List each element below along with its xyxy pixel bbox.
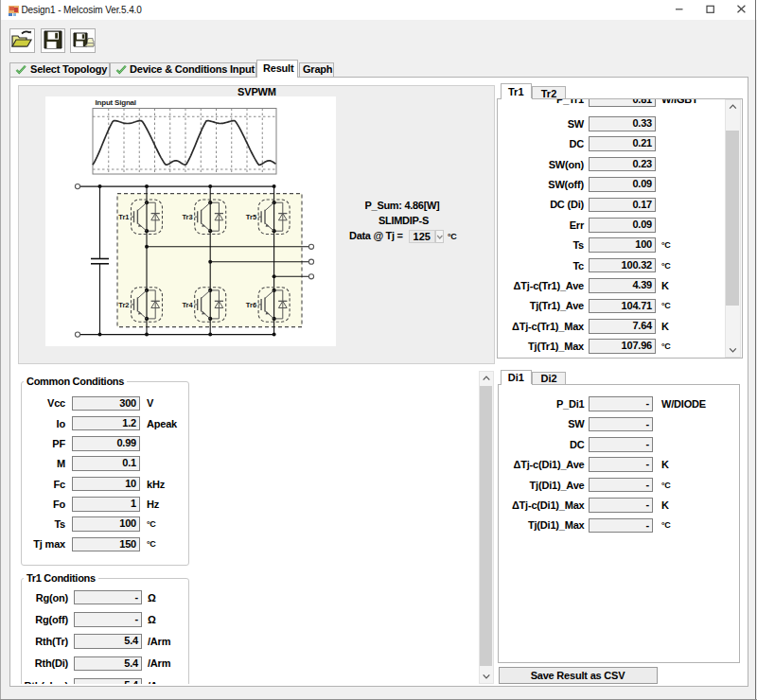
svg-text:Tr1: Tr1 (118, 213, 129, 221)
svg-text:Tr3: Tr3 (182, 213, 192, 221)
svg-text:Tr4: Tr4 (182, 301, 193, 309)
svg-text:Tr5: Tr5 (246, 213, 256, 221)
svg-text:Tr2: Tr2 (118, 301, 129, 309)
svg-text:Tr6: Tr6 (246, 301, 256, 309)
